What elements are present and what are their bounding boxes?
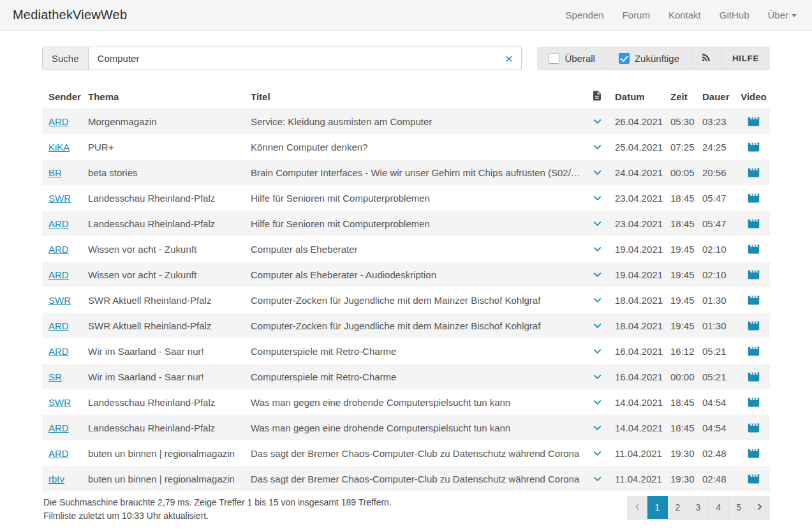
expand-chevron-icon[interactable]	[591, 319, 603, 330]
video-icon[interactable]	[747, 140, 760, 151]
expand-chevron-icon[interactable]	[591, 166, 603, 177]
document-icon	[591, 93, 603, 103]
column-header-titel[interactable]: Titel	[251, 84, 584, 108]
nav-link-kontakt[interactable]: Kontakt	[668, 10, 701, 20]
nav-link-github[interactable]: GitHub	[720, 10, 749, 20]
main-content: Suche × Überall Zukünftige HILFE	[0, 47, 812, 523]
sender-link[interactable]: ARD	[48, 346, 69, 357]
column-header-sender[interactable]: Sender	[42, 84, 88, 108]
checkbox-checked-icon[interactable]	[619, 53, 630, 64]
sender-link[interactable]: KiKA	[48, 142, 70, 153]
datum-cell: 19.04.2021	[610, 236, 670, 262]
future-toggle[interactable]: Zukünftige	[607, 47, 691, 70]
expand-chevron-icon[interactable]	[591, 345, 603, 355]
column-header-video[interactable]: Video	[737, 84, 770, 108]
sender-link[interactable]: ARD	[48, 320, 69, 331]
expand-chevron-icon[interactable]	[591, 421, 603, 432]
pagination-prev-button[interactable]	[627, 496, 647, 519]
video-icon[interactable]	[747, 191, 760, 202]
video-icon[interactable]	[747, 447, 760, 458]
nav-link-forum[interactable]: Forum	[623, 10, 650, 20]
column-header-datum[interactable]: Datum	[610, 84, 670, 108]
video-icon[interactable]	[747, 166, 760, 177]
column-header-thema[interactable]: Thema	[88, 84, 251, 108]
sender-link[interactable]: SR	[48, 371, 62, 382]
sender-link[interactable]: BR	[48, 167, 62, 178]
sender-link[interactable]: ARD	[48, 269, 69, 280]
everywhere-toggle[interactable]: Überall	[537, 47, 607, 70]
datum-cell: 23.04.2021	[610, 185, 670, 211]
video-icon[interactable]	[747, 115, 760, 126]
expand-chevron-icon[interactable]	[591, 294, 603, 304]
titel-cell: Können Computer denken?	[251, 134, 584, 160]
pagination: 12345	[627, 496, 770, 520]
pagination-page-1[interactable]: 1	[647, 496, 668, 519]
dauer-cell: 02:10	[702, 236, 737, 262]
dauer-cell: 01:30	[702, 287, 737, 313]
pagination-page-3[interactable]: 3	[688, 496, 709, 519]
video-icon[interactable]	[747, 396, 760, 407]
datum-cell: 23.04.2021	[610, 211, 670, 236]
table-row: SWRLandesschau Rheinland-PfalzWas man ge…	[42, 389, 770, 415]
video-icon[interactable]	[747, 345, 760, 355]
video-icon[interactable]	[747, 370, 760, 381]
pagination-page-5[interactable]: 5	[729, 496, 749, 519]
sender-link[interactable]: rbtv	[48, 474, 64, 484]
sender-link[interactable]: ARD	[48, 218, 69, 229]
sender-link[interactable]: ARD	[48, 116, 69, 127]
expand-chevron-icon[interactable]	[591, 472, 603, 483]
sender-link[interactable]: ARD	[48, 448, 69, 459]
checkbox-unchecked-icon[interactable]	[549, 53, 559, 64]
pagination-page-4[interactable]: 4	[709, 496, 729, 519]
sender-link[interactable]: SWR	[48, 295, 71, 306]
expand-chevron-icon[interactable]	[591, 140, 603, 151]
thema-cell: beta stories	[88, 160, 251, 185]
dauer-cell: 01:30	[702, 313, 737, 338]
rss-button[interactable]	[691, 47, 721, 70]
expand-chevron-icon[interactable]	[591, 268, 603, 279]
expand-chevron-icon[interactable]	[591, 217, 603, 228]
nav-link-ber[interactable]: Über	[767, 10, 797, 20]
zeit-cell: 16:12	[670, 338, 702, 364]
video-icon[interactable]	[747, 217, 760, 228]
table-row: ARDMorgenmagazinService: Kleidung ausmis…	[42, 108, 770, 134]
dauer-cell: 02:48	[702, 440, 737, 466]
column-header-description[interactable]	[584, 84, 610, 108]
sender-link[interactable]: ARD	[48, 423, 69, 433]
top-navbar: MediathekViewWeb SpendenForumKontaktGitH…	[0, 0, 812, 31]
expand-chevron-icon[interactable]	[591, 447, 603, 458]
titel-cell: Das sagt der Bremer Chaos-Computer-Club …	[251, 466, 584, 491]
sender-link[interactable]: SWR	[48, 397, 71, 408]
search-row: Suche × Überall Zukünftige HILFE	[42, 47, 770, 70]
video-icon[interactable]	[747, 319, 760, 330]
sender-link[interactable]: ARD	[48, 244, 69, 255]
zeit-cell: 19:45	[670, 236, 702, 262]
video-icon[interactable]	[747, 243, 760, 253]
filter-controls: Überall Zukünftige HILFE	[537, 47, 770, 70]
clear-search-icon[interactable]: ×	[497, 47, 521, 70]
video-icon[interactable]	[747, 294, 760, 304]
expand-chevron-icon[interactable]	[591, 115, 603, 126]
titel-cell: Computerspiele mit Retro-Charme	[251, 338, 584, 364]
pagination-page-2[interactable]: 2	[668, 496, 688, 519]
sender-link[interactable]: SWR	[48, 193, 71, 204]
search-input[interactable]	[89, 47, 497, 70]
zeit-cell: 00:00	[670, 364, 702, 389]
expand-chevron-icon[interactable]	[591, 243, 603, 253]
nav-link-spenden[interactable]: Spenden	[566, 10, 604, 20]
pagination-next-button[interactable]	[749, 496, 770, 519]
video-icon[interactable]	[747, 268, 760, 279]
zeit-cell: 19:30	[670, 466, 702, 491]
video-icon[interactable]	[747, 421, 760, 432]
datum-cell: 18.04.2021	[610, 313, 670, 338]
video-icon[interactable]	[747, 472, 760, 483]
footer: Die Suchmaschine brauchte 2,79 ms. Zeige…	[42, 496, 770, 523]
titel-cell: Computer als Eheberater	[251, 236, 584, 262]
titel-cell: Service: Kleidung ausmisten am Computer	[251, 108, 584, 134]
column-header-zeit[interactable]: Zeit	[670, 84, 702, 108]
expand-chevron-icon[interactable]	[591, 191, 603, 202]
expand-chevron-icon[interactable]	[591, 396, 603, 407]
column-header-dauer[interactable]: Dauer	[702, 84, 737, 108]
help-button[interactable]: HILFE	[721, 47, 770, 70]
expand-chevron-icon[interactable]	[591, 370, 603, 381]
